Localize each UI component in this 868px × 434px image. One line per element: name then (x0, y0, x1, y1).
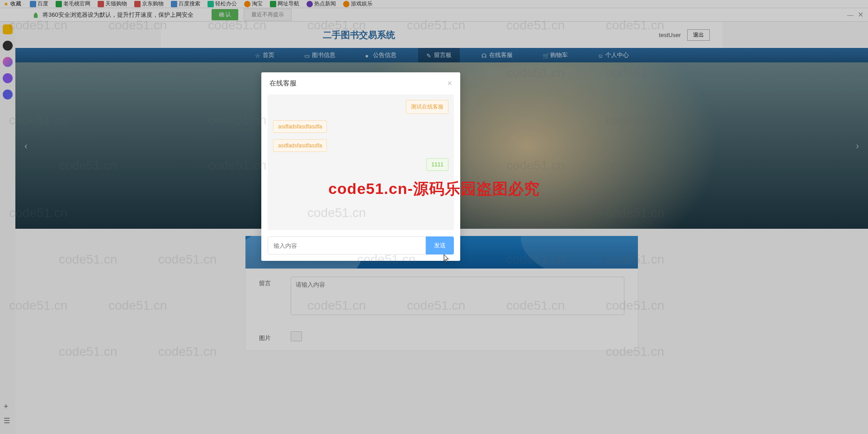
support-modal: 在线客服 × 测试在线客服 asdfadsfasdfasdfa asdfadsf… (261, 72, 460, 261)
modal-footer: 发送 (261, 230, 460, 261)
modal-title: 在线客服 (269, 79, 297, 88)
chat-input[interactable] (268, 236, 426, 255)
modal-header: 在线客服 × (261, 72, 460, 94)
chat-message: 测试在线客服 (273, 100, 448, 114)
close-icon[interactable]: × (447, 79, 452, 88)
chat-message: asdfadsfasdfasdfa (273, 120, 448, 133)
chat-message: 1111 (273, 158, 448, 171)
chat-message: asdfadsfasdfasdfa (273, 139, 448, 152)
send-button[interactable]: 发送 (426, 236, 454, 255)
chat-body[interactable]: 测试在线客服 asdfadsfasdfasdfa asdfadsfasdfasd… (268, 94, 454, 230)
